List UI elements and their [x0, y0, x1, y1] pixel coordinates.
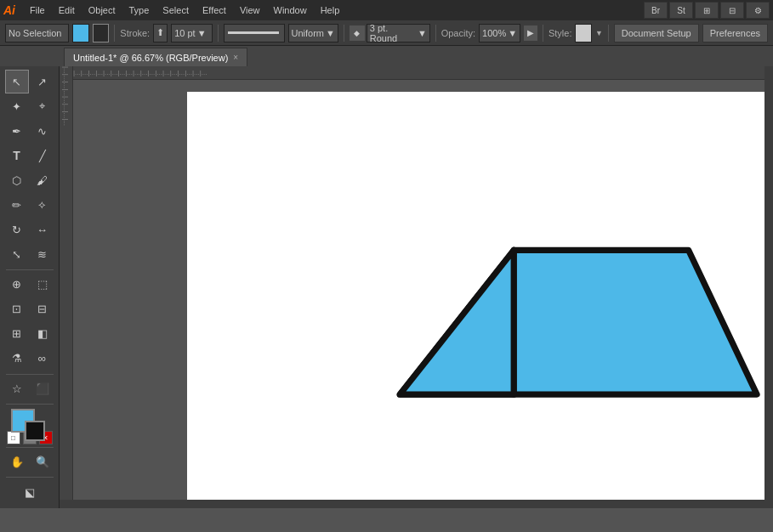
separator-4 — [435, 25, 436, 42]
tab-close-btn[interactable]: × — [233, 53, 238, 62]
stroke-color-btn[interactable] — [93, 24, 110, 42]
tool-row-pencil: ✏ ⟡ — [0, 193, 59, 217]
search-icon[interactable]: ⊟ — [720, 2, 744, 19]
menu-select[interactable]: Select — [156, 3, 195, 17]
top-right-extras: Br St ⊞ ⊟ ⚙ — [644, 2, 770, 19]
cap-icon[interactable]: ◆ — [350, 25, 365, 41]
tool-row-shape2: ⬡ 🖌 — [0, 168, 59, 192]
document-tab[interactable]: Untitled-1* @ 66.67% (RGB/Preview) × — [64, 48, 247, 66]
bridge-icon[interactable]: Br — [644, 2, 668, 19]
shape-tool[interactable]: ⬡ — [5, 168, 29, 192]
tool-row-shape: ✒ ∿ — [0, 119, 59, 143]
zoom-tool[interactable]: 🔍 — [31, 450, 54, 473]
opacity-options-btn[interactable]: ▶ — [524, 25, 537, 41]
tool-row-mesh: ⊞ ◧ — [0, 322, 59, 346]
cap-group: ◆ 3 pt. Round ▼ — [350, 24, 430, 42]
fill-color-btn[interactable] — [72, 24, 89, 42]
grid-layout-icon[interactable]: ⊞ — [695, 2, 719, 19]
artboard-tool[interactable]: ⬕ — [18, 480, 42, 504]
tool-separator-4 — [6, 447, 54, 448]
tool-separator-3 — [6, 404, 54, 405]
document-setup-btn[interactable]: Document Setup — [614, 24, 699, 42]
style-swatch[interactable] — [575, 24, 592, 42]
direct-selection-tool[interactable]: ↗ — [31, 70, 54, 93]
selection-tool[interactable]: ↖ — [5, 70, 29, 93]
opacity-value[interactable]: 100% ▼ — [479, 24, 520, 42]
width-tool[interactable]: ⊕ — [5, 273, 29, 297]
free-transform-tool[interactable]: ⬚ — [31, 273, 54, 297]
selection-indicator[interactable]: No Selection — [5, 24, 69, 42]
normal-mode-btn[interactable]: □ — [7, 431, 20, 444]
menu-object[interactable]: Object — [82, 3, 122, 17]
separator-2 — [218, 25, 219, 42]
separator-3 — [344, 25, 344, 42]
cap-value[interactable]: 3 pt. Round ▼ — [367, 24, 430, 42]
stroke-line-type[interactable] — [224, 24, 284, 42]
rotate-tool[interactable]: ↻ — [5, 218, 29, 241]
chart-tool[interactable]: ⬛ — [31, 376, 54, 400]
tool-separator-1 — [6, 269, 54, 270]
tool-row-hand: ✋ 🔍 — [0, 450, 59, 473]
symbol-tool[interactable]: ☆ — [5, 376, 29, 400]
shaper-tool[interactable]: ⟡ — [31, 193, 54, 217]
tool-row-text: T ╱ — [0, 144, 59, 167]
menu-edit[interactable]: Edit — [53, 3, 81, 17]
menu-effect[interactable]: Effect — [196, 3, 232, 17]
puppet-warp-tool[interactable]: ⊡ — [5, 297, 29, 321]
menu-view[interactable]: View — [234, 3, 266, 17]
hand-tool[interactable]: ✋ — [5, 450, 29, 473]
line-tool[interactable]: ╱ — [31, 144, 54, 167]
color-swatches-area — [4, 407, 55, 429]
lasso-tool[interactable]: ⌖ — [31, 94, 54, 118]
blend-tool[interactable]: ∞ — [31, 347, 54, 371]
reflect-tool[interactable]: ↔ — [31, 218, 54, 241]
scale-tool[interactable]: ⤡ — [5, 242, 29, 266]
sync-icon[interactable]: ⚙ — [746, 2, 770, 19]
menu-window[interactable]: Window — [268, 3, 313, 17]
gradient-tool[interactable]: ◧ — [31, 322, 54, 346]
warp-tool[interactable]: ≋ — [31, 242, 54, 266]
control-bar: No Selection Stroke: ⬆ 10 pt ▼ Uniform ▼… — [0, 20, 773, 46]
stroke-swatch[interactable] — [25, 421, 45, 441]
stroke-value[interactable]: 10 pt ▼ — [171, 24, 213, 42]
tool-row-chart: ☆ ⬛ — [0, 376, 59, 400]
menu-type[interactable]: Type — [123, 3, 156, 17]
tool-row-scale: ⤡ ≋ — [0, 242, 59, 266]
tool-row-artboard: ⬕ — [0, 480, 59, 504]
preferences-btn[interactable]: Preferences — [702, 24, 768, 42]
style-label: Style: — [548, 28, 572, 38]
mesh-tool[interactable]: ⊞ — [5, 322, 29, 346]
pencil-tool[interactable]: ✏ — [5, 193, 29, 217]
type-tool[interactable]: T — [5, 144, 29, 167]
pen-tool[interactable]: ✒ — [5, 119, 29, 143]
menu-file[interactable]: File — [24, 3, 51, 17]
tool-row-width: ⊕ ⬚ — [0, 273, 59, 297]
tool-row-eraser: ↻ ↔ — [0, 218, 59, 241]
paintbrush-tool[interactable]: 🖌 — [31, 168, 54, 192]
tool-row-pen: ✦ ⌖ — [0, 94, 59, 118]
left-toolbar: ↖ ↗ ✦ ⌖ ✒ ∿ T ╱ ⬡ 🖌 ✏ ⟡ ↻ ↔ ⤡ ≋ — [0, 66, 60, 508]
scrollbar-vertical[interactable] — [764, 66, 773, 500]
ruler-horizontal: |...|...|...|...|...|...|...|...|...|...… — [60, 66, 773, 80]
perspective-tool[interactable]: ⊟ — [31, 297, 54, 321]
scrollbar-horizontal[interactable] — [60, 500, 773, 508]
tab-bar: Untitled-1* @ 66.67% (RGB/Preview) × — [0, 46, 773, 66]
stroke-uniform[interactable]: Uniform ▼ — [288, 24, 338, 42]
tool-row-selection: ↖ ↗ — [0, 70, 59, 93]
style-dropdown-arrow[interactable]: ▼ — [595, 29, 603, 37]
separator-6 — [608, 25, 609, 42]
stock-icon[interactable]: St — [669, 2, 693, 19]
main-area: ↖ ↗ ✦ ⌖ ✒ ∿ T ╱ ⬡ 🖌 ✏ ⟡ ↻ ↔ ⤡ ≋ — [0, 66, 773, 508]
menu-bar: Ai File Edit Object Type Select Effect V… — [0, 0, 773, 20]
separator-5 — [543, 25, 543, 42]
magic-wand-tool[interactable]: ✦ — [5, 94, 29, 118]
tab-title: Untitled-1* @ 66.67% (RGB/Preview) — [73, 53, 228, 63]
curvature-tool[interactable]: ∿ — [31, 119, 54, 143]
tool-row-blend: ⚗ ∞ — [0, 347, 59, 371]
stroke-up-down[interactable]: ⬆ — [153, 24, 168, 42]
tool-separator-2 — [6, 374, 54, 375]
menu-help[interactable]: Help — [315, 3, 346, 17]
tool-separator-5 — [6, 477, 54, 478]
stroke-label: Stroke: — [120, 28, 150, 38]
eyedropper-tool[interactable]: ⚗ — [5, 347, 29, 371]
